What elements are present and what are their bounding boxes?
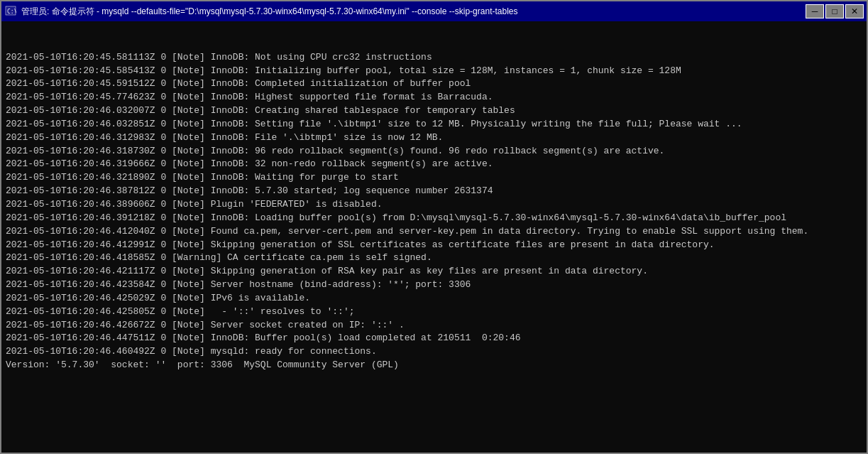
console-line: 2021-05-10T16:20:46.423584Z 0 [Note] Ser… bbox=[6, 279, 862, 292]
title-bar-left: C:\ 管理员: 命令提示符 - mysqld --defaults-file=… bbox=[4, 5, 518, 18]
console-line: 2021-05-10T16:20:46.412040Z 0 [Note] Fou… bbox=[6, 225, 862, 239]
console-line: 2021-05-10T16:20:46.032007Z 0 [Note] Inn… bbox=[6, 104, 862, 118]
console-line: 2021-05-10T16:20:45.585413Z 0 [Note] Inn… bbox=[6, 65, 862, 78]
terminal-window: C:\ 管理员: 命令提示符 - mysqld --defaults-file=… bbox=[0, 0, 868, 454]
console-output: 2021-05-10T16:20:45.581113Z 0 [Note] Inn… bbox=[1, 21, 867, 453]
minimize-button[interactable]: ─ bbox=[806, 4, 824, 18]
console-line: 2021-05-10T16:20:46.460492Z 0 [Note] mys… bbox=[6, 345, 862, 359]
console-line: Version: '5.7.30' socket: '' port: 3306 … bbox=[6, 359, 862, 372]
console-line: 2021-05-10T16:20:46.425805Z 0 [Note] - '… bbox=[6, 306, 862, 319]
console-line: 2021-05-10T16:20:46.418585Z 0 [Warning] … bbox=[6, 252, 862, 265]
console-line: 2021-05-10T16:20:46.387812Z 0 [Note] Inn… bbox=[6, 185, 862, 198]
console-line: 2021-05-10T16:20:46.425029Z 0 [Note] IPv… bbox=[6, 292, 862, 306]
console-line: 2021-05-10T16:20:46.318730Z 0 [Note] Inn… bbox=[6, 145, 862, 158]
console-line: 2021-05-10T16:20:46.321890Z 0 [Note] Inn… bbox=[6, 171, 862, 185]
console-line: 2021-05-10T16:20:46.032851Z 0 [Note] Inn… bbox=[6, 118, 862, 131]
console-line: 2021-05-10T16:20:45.581113Z 0 [Note] Inn… bbox=[6, 51, 862, 65]
console-line: 2021-05-10T16:20:45.774623Z 0 [Note] Inn… bbox=[6, 91, 862, 104]
console-line: 2021-05-10T16:20:46.421117Z 0 [Note] Ski… bbox=[6, 265, 862, 279]
console-line: 2021-05-10T16:20:46.426672Z 0 [Note] Ser… bbox=[6, 319, 862, 333]
close-button[interactable]: ✕ bbox=[845, 4, 864, 18]
console-line: 2021-05-10T16:20:46.319666Z 0 [Note] Inn… bbox=[6, 158, 862, 171]
console-line: 2021-05-10T16:20:46.412991Z 0 [Note] Ski… bbox=[6, 239, 862, 252]
console-line: 2021-05-10T16:20:46.447511Z 0 [Note] Inn… bbox=[6, 332, 862, 345]
window-title: 管理员: 命令提示符 - mysqld --defaults-file="D:\… bbox=[21, 6, 518, 18]
console-line: 2021-05-10T16:20:46.312983Z 0 [Note] Inn… bbox=[6, 131, 862, 145]
console-line: 2021-05-10T16:20:46.391218Z 0 [Note] Inn… bbox=[6, 212, 862, 225]
terminal-icon: C:\ bbox=[4, 5, 17, 18]
console-line: 2021-05-10T16:20:45.591512Z 0 [Note] Inn… bbox=[6, 77, 862, 91]
maximize-button[interactable]: □ bbox=[825, 4, 844, 18]
title-bar: C:\ 管理员: 命令提示符 - mysqld --defaults-file=… bbox=[1, 1, 867, 21]
window-controls: ─ □ ✕ bbox=[806, 4, 864, 18]
svg-text:C:\: C:\ bbox=[7, 9, 16, 15]
console-line: 2021-05-10T16:20:46.389606Z 0 [Note] Plu… bbox=[6, 198, 862, 212]
